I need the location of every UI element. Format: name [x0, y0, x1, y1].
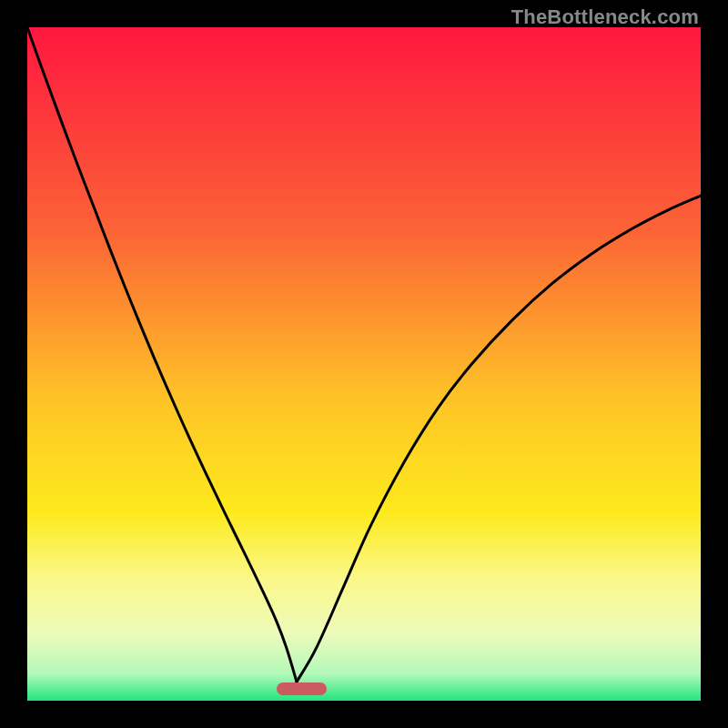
plot-area — [27, 27, 701, 701]
gradient-background — [27, 27, 701, 701]
svg-rect-0 — [27, 27, 701, 701]
minimum-marker — [277, 682, 328, 695]
chart-frame — [27, 27, 701, 701]
watermark-text: TheBottleneck.com — [511, 5, 699, 29]
